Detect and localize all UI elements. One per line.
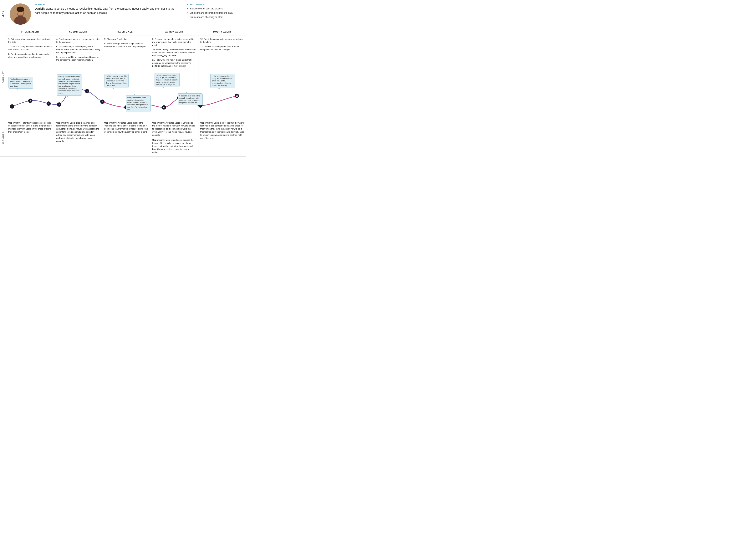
insights-row: INSIGHTS Opportunity: Potentially introd… <box>0 119 246 156</box>
insights-text-action-2: Opportunity: Most tested users disliked … <box>152 139 196 154</box>
persona-avatar <box>10 3 31 25</box>
svg-text:4: 4 <box>59 104 60 106</box>
steps-col-submit: 4. Email spreadsheet and corresponding n… <box>54 35 102 71</box>
insights-text-create: Opportunity: Potentially introduce some … <box>8 122 52 134</box>
quote-bubble-1: "It's hard to get a sense of what is and… <box>8 77 33 90</box>
steps-col-modify: 12. Email the company to suggest alterat… <box>198 35 246 71</box>
col-header-create: CREATE ALERT <box>6 28 54 35</box>
col-header-modify: MODIFY ALERT <box>198 28 246 35</box>
journey-label: JOURNEY <box>0 35 6 119</box>
step-11: 11. Follow the link within those alerts … <box>152 58 196 67</box>
quote-bubble-7: "I like seeing the refinement of my aler… <box>210 74 235 90</box>
insights-col-receive: Opportunity: All tested users disliked t… <box>102 119 150 156</box>
step-13: 13. Receive revised spreadsheet from the… <box>200 45 244 51</box>
quote-text-5: "There has to be an easier way to get so… <box>156 74 177 86</box>
insights-col-create: Opportunity: Potentially introduce some … <box>6 119 54 156</box>
step-9: 9. Forward relevant alerts to the users … <box>152 38 196 46</box>
scenario-text: Daniella wants to set up a means to rece… <box>35 7 177 15</box>
persona-name: Daniella <box>35 7 45 10</box>
quote-text-7: "I like seeing the refinement of my aler… <box>212 75 234 87</box>
expectation-item: Simple means of editing an alert <box>187 16 243 19</box>
svg-point-4 <box>17 7 24 12</box>
insights-content: Opportunity: Potentially introduce some … <box>6 119 246 156</box>
step-10: 10. Parse through the body text of the E… <box>152 48 196 57</box>
col-header-action: ACTION ALERT <box>150 28 198 35</box>
step-7: 7. Check my Email inbox <box>104 38 148 41</box>
insights-text-action-1: Opportunity: All tested users really dis… <box>152 122 196 137</box>
lens-section: LENS SCENARIO Daniella wants to set up a… <box>0 0 246 28</box>
journey-content-area: 1. Determine what is appropriate to aler… <box>6 35 246 119</box>
main-table: CREATE ALERT SUBMIT ALERT RECEIVE ALERT … <box>0 28 246 156</box>
svg-point-6 <box>22 11 22 12</box>
quote-bubble-5: "There has to be an easier way to get so… <box>155 73 179 89</box>
steps-col-action: 9. Forward relevant alerts to the users … <box>150 35 198 71</box>
step-1: 1. Determine what is appropriate to aler… <box>8 38 52 44</box>
step-5: 5. Provide clarity to the company where … <box>56 45 100 54</box>
column-headers: CREATE ALERT SUBMIT ALERT RECEIVE ALERT … <box>6 28 246 35</box>
expectation-item: Intuitive control over the process <box>187 7 243 10</box>
insights-col-submit: Opportunity: Users liked the advice and … <box>54 119 102 156</box>
svg-text:1: 1 <box>12 106 12 108</box>
insights-col-action: Opportunity: All tested users really dis… <box>150 119 198 156</box>
page-container: LENS SCENARIO Daniella wants to set up a… <box>0 0 246 156</box>
step-2: 2. Establish categories in which each po… <box>8 45 52 51</box>
quote-text-1: "It's hard to get a sense of what is and… <box>10 78 31 87</box>
svg-text:7: 7 <box>102 101 103 103</box>
quote-bubble-3: "While it's great to see this many hits … <box>105 74 129 90</box>
quote-text-3: "While it's great to see this many hits … <box>106 75 127 87</box>
quote-bubble-2: "I really appreciate the back and forth … <box>57 74 82 97</box>
step-4: 4. Email spreadsheet and corresponding n… <box>56 38 100 44</box>
step-6: 6. Revise or add to my spreadsheet based… <box>56 56 100 61</box>
quote-text-2: "I really appreciate the back and forth … <box>58 76 80 94</box>
svg-text:6: 6 <box>87 90 88 92</box>
insights-text-submit: Opportunity: Users liked the advice and … <box>56 122 100 143</box>
lens-scenario: SCENARIO Daniella wants to set up a mean… <box>35 3 183 25</box>
journey-path-section: "It's hard to get a sense of what is and… <box>6 71 246 119</box>
step-8: 8. Parse through all email subject lines… <box>104 42 148 48</box>
steps-col-create: 1. Determine what is appropriate to aler… <box>6 35 54 71</box>
insights-label: INSIGHTS <box>0 119 6 156</box>
quote-text-4: "The presentation of the content in thes… <box>127 97 148 111</box>
expectation-item: Simple means of consuming inbound data <box>187 11 243 15</box>
insights-text-receive: Opportunity: All tested users disliked t… <box>104 122 148 134</box>
col-header-submit: SUBMIT ALERT <box>54 28 102 35</box>
quote-bubble-4: "The presentation of the content in thes… <box>126 94 151 112</box>
svg-text:10: 10 <box>163 107 165 109</box>
quote-bubble-6: "I spend a lot of time sifting through S… <box>178 92 203 106</box>
svg-text:13: 13 <box>236 95 238 97</box>
step-3: 3. Create a spreadsheet that itemizes ea… <box>8 53 52 59</box>
lens-label: LENS <box>0 3 6 25</box>
insights-text-modify: Opportunity: Users did not like that the… <box>200 122 244 140</box>
insights-col-modify: Opportunity: Users did not like that the… <box>198 119 246 156</box>
expectations-list: Intuitive control over the process Simpl… <box>187 7 243 19</box>
expectations-label: EXPECTATIONS <box>187 3 243 6</box>
svg-text:2: 2 <box>30 100 31 102</box>
step-12: 12. Email the company to suggest alterat… <box>200 38 244 44</box>
quote-text-6: "I spend a lot of time sifting through S… <box>179 95 200 104</box>
steps-col-receive: 7. Check my Email inbox 8. Parse through… <box>102 35 150 71</box>
svg-point-5 <box>18 11 19 12</box>
scenario-label: SCENARIO <box>35 3 177 6</box>
col-header-receive: RECEIVE ALERT <box>102 28 150 35</box>
lens-expectations: EXPECTATIONS Intuitive control over the … <box>183 3 243 25</box>
steps-row: 1. Determine what is appropriate to aler… <box>6 35 246 71</box>
svg-text:3: 3 <box>48 103 49 105</box>
journey-row: JOURNEY 1. Determine what is appropriate… <box>0 35 246 119</box>
scenario-rest: wants to set up a means to receive high-… <box>35 7 174 14</box>
